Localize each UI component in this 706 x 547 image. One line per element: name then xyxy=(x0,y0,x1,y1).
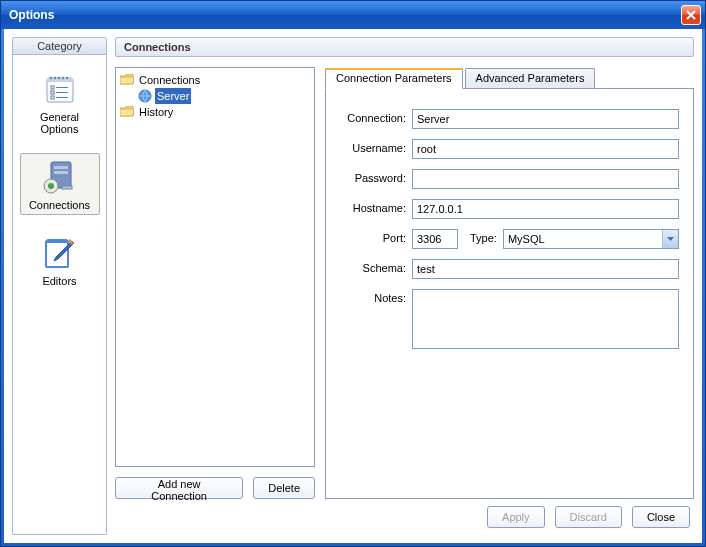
main-panel: Connections Connections Server xyxy=(115,37,694,535)
category-label: Connections xyxy=(21,199,99,211)
options-window: Options Category xyxy=(0,0,706,547)
tabs-panel: Connection Parameters Advanced Parameter… xyxy=(325,67,694,499)
svg-rect-19 xyxy=(62,186,72,189)
tab-connection-parameters[interactable]: Connection Parameters xyxy=(325,68,463,89)
hostname-label: Hostname: xyxy=(340,199,412,214)
discard-button[interactable]: Discard xyxy=(555,506,622,528)
tree-label: Server xyxy=(155,88,191,104)
mid-area: Connections Server History Add new Conne… xyxy=(115,67,694,499)
svg-point-2 xyxy=(49,77,51,79)
connection-label: Connection: xyxy=(340,109,412,124)
notepad-icon xyxy=(40,69,80,109)
tree-node-connections[interactable]: Connections xyxy=(120,72,310,88)
main-heading: Connections xyxy=(115,37,694,57)
titlebar[interactable]: Options xyxy=(1,1,705,29)
category-editors[interactable]: Editors xyxy=(20,229,100,291)
sidebar-header: Category xyxy=(12,37,107,55)
password-field[interactable] xyxy=(412,169,679,189)
client-area: Category General Options xyxy=(4,29,702,543)
folder-icon xyxy=(120,106,134,118)
add-connection-button[interactable]: Add new Connection xyxy=(115,477,243,499)
sidebar-body: General Options Co xyxy=(12,55,107,535)
footer: Apply Discard Close xyxy=(115,499,694,535)
svg-point-5 xyxy=(61,77,63,79)
tabstrip: Connection Parameters Advanced Parameter… xyxy=(325,67,694,88)
hostname-field[interactable] xyxy=(412,199,679,219)
schema-label: Schema: xyxy=(340,259,412,274)
apply-button[interactable]: Apply xyxy=(487,506,545,528)
svg-rect-20 xyxy=(46,241,68,267)
server-icon xyxy=(40,157,80,197)
category-connections[interactable]: Connections xyxy=(20,153,100,215)
password-label: Password: xyxy=(340,169,412,184)
folder-icon xyxy=(120,74,134,86)
category-sidebar: Category General Options xyxy=(12,37,107,535)
svg-rect-16 xyxy=(54,171,68,174)
schema-field[interactable] xyxy=(412,259,679,279)
window-title: Options xyxy=(9,8,681,22)
svg-point-6 xyxy=(65,77,67,79)
connections-tree[interactable]: Connections Server History xyxy=(115,67,315,467)
notes-label: Notes: xyxy=(340,289,412,304)
svg-point-4 xyxy=(57,77,59,79)
category-label: Editors xyxy=(21,275,99,287)
category-label: General Options xyxy=(21,111,99,135)
tree-label: History xyxy=(137,104,175,120)
type-select[interactable]: MySQL xyxy=(503,229,679,249)
close-icon[interactable] xyxy=(681,5,701,25)
tree-panel: Connections Server History Add new Conne… xyxy=(115,67,315,499)
tree-buttons: Add new Connection Delete xyxy=(115,477,315,499)
tree-node-server[interactable]: Server xyxy=(138,88,310,104)
tree-label: Connections xyxy=(137,72,202,88)
svg-point-3 xyxy=(53,77,55,79)
connection-field[interactable] xyxy=(412,109,679,129)
category-general-options[interactable]: General Options xyxy=(20,65,100,139)
tabpage: Connection: Username: Password: Hos xyxy=(325,88,694,499)
delete-button[interactable]: Delete xyxy=(253,477,315,499)
tree-node-history[interactable]: History xyxy=(120,104,310,120)
notes-field[interactable] xyxy=(412,289,679,349)
port-label: Port: xyxy=(340,229,412,244)
port-field[interactable] xyxy=(412,229,458,249)
tab-advanced-parameters[interactable]: Advanced Parameters xyxy=(465,68,596,89)
connection-icon xyxy=(138,89,152,103)
svg-rect-15 xyxy=(54,166,68,169)
type-label: Type: xyxy=(458,229,503,244)
svg-point-18 xyxy=(48,183,54,189)
username-field[interactable] xyxy=(412,139,679,159)
close-button[interactable]: Close xyxy=(632,506,690,528)
username-label: Username: xyxy=(340,139,412,154)
editor-icon xyxy=(40,233,80,273)
